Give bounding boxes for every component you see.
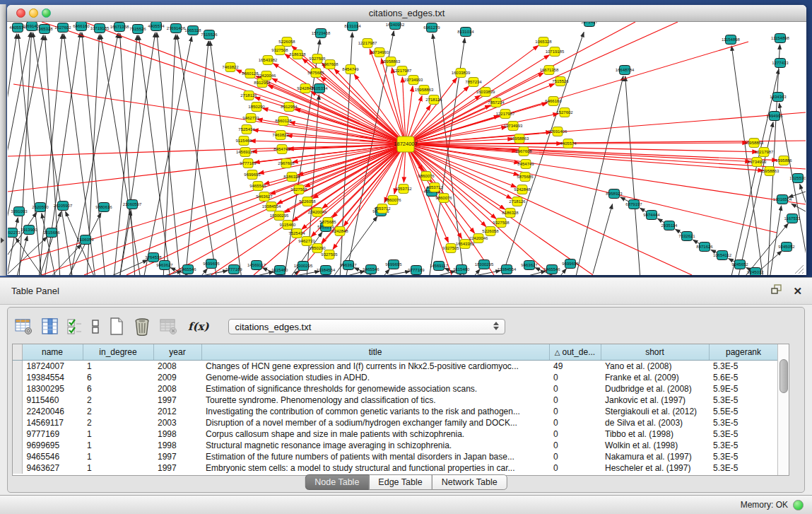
network-node[interactable]: 1277433 <box>772 59 789 68</box>
network-node[interactable]: 9242848 <box>514 185 531 194</box>
network-node[interactable]: 15723468 <box>312 29 331 38</box>
network-node[interactable]: 8186328 <box>502 209 519 218</box>
network-node[interactable]: 5971427 <box>581 22 598 27</box>
network-node[interactable]: 19384554 <box>317 266 336 275</box>
column-header-in_degree[interactable]: in_degree <box>83 344 153 361</box>
cell-title[interactable]: Estimation of significance thresholds fo… <box>201 383 549 395</box>
cell-in_degree[interactable]: 2 <box>83 406 153 417</box>
table-selector-dropdown[interactable]: citations_edges.txt <box>228 319 505 334</box>
network-node[interactable]: 9115460 <box>236 136 253 146</box>
cell-in_degree[interactable]: 6 <box>83 372 153 383</box>
network-node[interactable]: 1065328 <box>184 26 201 35</box>
network-node[interactable]: 9699695 <box>385 260 402 269</box>
network-node[interactable]: 27691406 <box>167 24 186 33</box>
column-header-out_degree[interactable]: △out_de... <box>549 344 601 361</box>
delete-column-trash-icon[interactable] <box>134 317 151 336</box>
network-node[interactable]: 4405574 <box>560 139 577 148</box>
cell-in_degree[interactable]: 1 <box>83 451 153 462</box>
cell-name[interactable]: 22420046 <box>22 406 83 417</box>
cell-pagerank[interactable]: 5.3E-5 <box>709 361 777 373</box>
cell-out_degree[interactable]: 0 <box>549 395 601 406</box>
network-node[interactable]: 3392273 <box>8 228 20 238</box>
selection-mode-icon[interactable] <box>91 318 100 335</box>
network-node[interactable]: 12217987 <box>755 148 774 157</box>
cell-pagerank[interactable]: 5.3E-5 <box>709 395 777 406</box>
network-node[interactable]: 9115460 <box>280 221 297 230</box>
network-node[interactable]: 1215686 <box>43 228 60 238</box>
cell-name[interactable]: 9699695 <box>22 440 83 451</box>
network-node[interactable]: 16033839 <box>452 69 471 78</box>
cell-out_degree[interactable]: 0 <box>549 428 601 440</box>
table-row[interactable]: 1830029562008Estimation of significance … <box>13 383 777 395</box>
network-node[interactable]: 9777169 <box>240 159 257 168</box>
network-node[interactable]: 8186328 <box>289 50 306 59</box>
network-node[interactable]: 9699695 <box>244 170 261 180</box>
vertical-scrollbar[interactable] <box>777 344 789 475</box>
network-node[interactable]: 4405574 <box>148 22 165 31</box>
cell-in_degree[interactable]: 2 <box>83 417 153 428</box>
cell-in_degree[interactable]: 1 <box>83 361 153 373</box>
network-node[interactable]: 9327508 <box>290 185 307 194</box>
cell-out_degree[interactable]: 0 <box>549 383 601 395</box>
table-row[interactable]: 946554611997Estimation of the future num… <box>13 451 777 462</box>
network-node[interactable]: 8660128 <box>275 117 292 126</box>
column-header-pagerank[interactable]: pagerank <box>709 344 777 361</box>
cell-name[interactable]: 14569117 <box>22 417 83 428</box>
close-window-icon[interactable] <box>16 8 25 18</box>
network-node[interactable]: 18300295 <box>475 260 494 269</box>
network-node[interactable]: 16648784 <box>616 66 635 75</box>
cell-title[interactable]: Investigating the contribution of common… <box>201 406 549 417</box>
cell-year[interactable]: 2003 <box>153 417 201 428</box>
table-panel-titlebar[interactable]: Table Panel ✕ <box>0 277 812 305</box>
cell-pagerank[interactable]: 5.3E-5 <box>709 417 777 428</box>
network-node[interactable]: 5226058 <box>278 37 295 47</box>
network-node[interactable]: 9463627 <box>156 261 173 270</box>
network-node[interactable]: 15958863 <box>415 86 434 95</box>
network-node[interactable]: 19734993 <box>370 48 389 57</box>
network-node[interactable]: 16671358 <box>110 23 129 32</box>
table-row[interactable]: 1938455462009Genome-wide association stu… <box>13 372 777 383</box>
cell-name[interactable]: 18300295 <box>22 383 83 395</box>
cell-title[interactable]: Tourette syndrome. Phenomenology and cla… <box>201 395 549 406</box>
network-node[interactable]: 7515526 <box>201 30 218 40</box>
network-node[interactable]: 8454749 <box>342 65 359 74</box>
cell-short[interactable]: Dudbridge et al. (2008) <box>601 383 709 395</box>
cell-out_degree[interactable]: 0 <box>549 417 601 428</box>
network-node[interactable]: 19734993 <box>404 76 423 85</box>
network-node[interactable]: 26205907 <box>54 201 73 211</box>
network-node[interactable]: 1850290 <box>248 103 265 112</box>
network-node[interactable]: 2718126 <box>425 95 442 105</box>
network-node[interactable]: 9860076 <box>384 196 401 205</box>
cell-out_degree[interactable]: 0 <box>549 406 601 417</box>
network-node[interactable]: 1434343 <box>770 93 787 102</box>
scrollbar-thumb[interactable] <box>779 359 788 393</box>
network-node[interactable]: 10719185 <box>546 47 565 57</box>
network-node[interactable]: 1065328 <box>535 37 552 47</box>
cell-short[interactable]: Yano et al. (2008) <box>601 361 709 373</box>
cell-pagerank[interactable]: 5.3E-5 <box>709 440 777 451</box>
network-node[interactable]: 16033839 <box>476 88 495 97</box>
network-node[interactable]: 9463627 <box>256 192 273 201</box>
zoom-window-icon[interactable] <box>42 8 51 18</box>
network-canvas[interactable]: 4405574276914061065328152760264661601071… <box>8 22 806 275</box>
network-node[interactable]: 9327508 <box>493 218 510 228</box>
show-column-icon[interactable] <box>42 318 58 335</box>
network-node[interactable]: 17016504 <box>773 195 792 204</box>
network-node[interactable]: 7857234 <box>465 78 482 87</box>
cell-short[interactable]: Tibbo et al. (1998) <box>601 428 709 440</box>
network-node[interactable]: 19384554 <box>498 265 517 274</box>
cell-out_degree[interactable]: 0 <box>549 440 601 451</box>
network-node[interactable]: 16543382 <box>259 56 278 65</box>
cell-name[interactable]: 18724007 <box>22 361 83 373</box>
minimize-window-icon[interactable] <box>29 8 38 18</box>
table-row[interactable]: 1872400712008Changes of HCN gene express… <box>13 361 777 373</box>
table-row[interactable]: 977716911998Corpus callosum shape and si… <box>13 428 777 440</box>
cell-in_degree[interactable]: 2 <box>83 395 153 406</box>
cell-title[interactable]: Changes of HCN gene expression and I(f) … <box>201 361 549 373</box>
memory-status-icon[interactable] <box>793 500 804 510</box>
network-node[interactable]: 3913900 <box>20 226 37 235</box>
network-node[interactable]: 2967608 <box>322 60 339 69</box>
cell-year[interactable]: 1998 <box>153 428 201 440</box>
column-header-year[interactable]: year <box>153 344 201 361</box>
network-node[interactable]: 2718126 <box>240 91 257 100</box>
